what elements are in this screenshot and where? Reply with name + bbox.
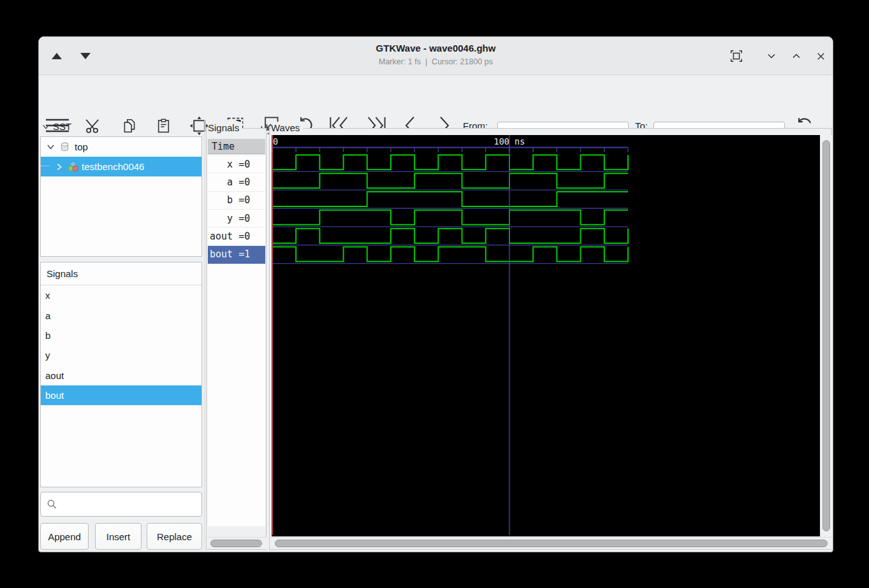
expander-right-icon[interactable] — [55, 162, 64, 171]
expander-down-icon[interactable] — [46, 142, 55, 152]
close-button[interactable] — [810, 46, 831, 66]
paned-separator[interactable] — [204, 120, 205, 550]
sst-tree: top testbench0046 — [40, 136, 202, 257]
signal-value-row-y[interactable]: y =0 — [208, 210, 265, 227]
signals-hscrollbar-thumb[interactable] — [210, 540, 262, 547]
signal-list-item-x[interactable]: x — [41, 285, 201, 305]
signals-frame-label: Signals — [208, 122, 242, 134]
scissors-icon — [85, 117, 102, 134]
search-icon — [47, 499, 57, 510]
gtkwave-window: GTKWave - wave0046.ghw Marker: 1 fs | Cu… — [38, 36, 833, 552]
signal-list-item-b[interactable]: b — [41, 326, 201, 345]
signal-search — [40, 492, 202, 517]
signal-browser: Signals xabyaoutbout — [40, 262, 202, 487]
waves-hscrollbar-thumb[interactable] — [275, 540, 828, 547]
waves-hscrollbar-track[interactable] — [270, 537, 832, 549]
toolbar: From: To: — [39, 76, 833, 118]
expander-down-icon — [41, 122, 50, 131]
wave-canvas[interactable]: 0100 ns — [272, 135, 820, 536]
maximize-button[interactable] — [786, 46, 807, 66]
signal-list-item-bout[interactable]: bout — [41, 385, 201, 405]
copy-button[interactable] — [120, 111, 139, 140]
insert-button[interactable]: Insert — [95, 523, 142, 550]
waves-vscrollbar-track[interactable] — [820, 135, 832, 537]
sst-section-header[interactable]: SST — [41, 121, 71, 132]
window-title: GTKWave - wave0046.ghw — [39, 43, 833, 54]
sst-header-label: SST — [53, 121, 71, 132]
signals-hscrollbar-track[interactable] — [207, 537, 267, 549]
tree-item-testbench[interactable]: testbench0046 — [41, 157, 201, 176]
signal-list-item-aout[interactable]: aout — [41, 366, 201, 385]
copy-icon — [121, 117, 138, 134]
time-header: Time — [208, 139, 265, 154]
module-cylinder-icon — [59, 141, 70, 152]
waves-vscrollbar-thumb[interactable] — [822, 140, 830, 531]
signal-list-item-a[interactable]: a — [41, 305, 201, 325]
append-button[interactable]: Append — [40, 523, 89, 550]
signals-panel-background — [208, 264, 265, 526]
tree-item-top[interactable]: top — [41, 137, 201, 157]
cut-button[interactable] — [84, 111, 103, 140]
titlebar: GTKWave - wave0046.ghw Marker: 1 fs | Cu… — [39, 37, 833, 75]
signal-browser-header: Signals — [41, 262, 201, 285]
signal-value-row-x[interactable]: x =0 — [208, 155, 265, 173]
component-spheres-icon — [67, 161, 79, 173]
chevron-down-icon — [765, 50, 778, 62]
signal-value-row-b[interactable]: b =0 — [208, 192, 265, 210]
paste-button[interactable] — [154, 111, 173, 140]
signal-value-row-a[interactable]: a =0 — [208, 173, 265, 191]
tree-item-label: testbench0046 — [82, 161, 144, 172]
fullscreen-button[interactable] — [726, 46, 747, 66]
signal-value-row-bout[interactable]: bout =1 — [208, 246, 265, 264]
marker-cursor-status: Marker: 1 fs | Cursor: 21800 ps — [39, 57, 833, 66]
signal-browser-rows: xabyaoutbout — [41, 285, 201, 405]
svg-text:0: 0 — [273, 136, 278, 147]
search-input[interactable] — [60, 494, 199, 515]
waves-frame: Waves 0100 ns — [269, 128, 832, 550]
replace-button[interactable]: Replace — [147, 523, 202, 550]
chevron-up-icon — [790, 50, 803, 62]
signal-value-rows: x =0 a =0 b =0 y =0aout =0bout =1 — [208, 155, 265, 264]
fullscreen-icon — [729, 49, 743, 63]
signal-list-item-y[interactable]: y — [41, 345, 201, 365]
signals-frame: Signals Time x =0 a =0 b =0 y =0aout =0b… — [206, 128, 267, 550]
waveform-plot: 0100 ns — [272, 135, 820, 536]
tree-item-label: top — [75, 141, 88, 152]
waves-frame-label: Waves — [271, 122, 303, 134]
close-icon — [815, 50, 827, 62]
paste-icon — [156, 117, 172, 134]
signal-value-row-aout[interactable]: aout =0 — [208, 227, 265, 245]
minimize-button[interactable] — [761, 46, 782, 66]
